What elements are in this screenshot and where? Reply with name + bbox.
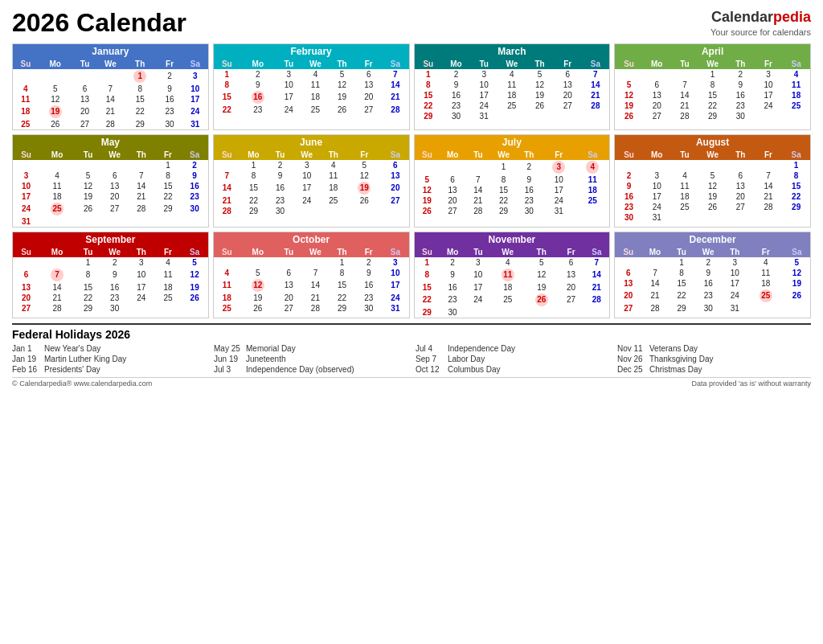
holiday-date: Jan 19 xyxy=(12,355,44,363)
holiday-item: Nov 11Veterans Day xyxy=(617,343,811,354)
day-cell: 21 xyxy=(214,195,240,206)
day-cell: 16 xyxy=(101,282,128,293)
day-cell: 21 xyxy=(671,100,699,111)
day-cell xyxy=(276,257,302,268)
day-cell: 20 xyxy=(382,181,408,195)
month-feb: FebruarySuMoTuWeThFrSa123456789101112131… xyxy=(213,43,410,130)
day-cell: 26 xyxy=(784,289,810,303)
day-cell: 25 xyxy=(575,195,609,206)
weekday-header-Sa: Sa xyxy=(575,150,609,160)
day-cell: 3 xyxy=(722,257,748,268)
day-cell: 21 xyxy=(302,293,329,303)
day-cell: 8 xyxy=(669,268,695,278)
holiday-item: Jul 3Independence Day (observed) xyxy=(214,364,407,375)
holiday-item: Jan 19Martin Luther King Day xyxy=(12,354,206,364)
day-cell: 11 xyxy=(13,94,39,105)
day-cell: 22 xyxy=(782,191,810,202)
weekday-header-Tu: Tu xyxy=(465,150,491,160)
day-cell: 10 xyxy=(182,84,208,94)
day-cell xyxy=(671,69,699,80)
holiday-name: Martin Luther King Day xyxy=(44,355,126,363)
day-cell: 3 xyxy=(755,69,783,80)
day-cell xyxy=(615,257,641,268)
day-cell: 10 xyxy=(128,268,154,282)
day-cell: 16 xyxy=(355,278,382,293)
day-cell: 10 xyxy=(465,268,491,282)
day-cell: 26 xyxy=(698,202,727,212)
day-cell: 8 xyxy=(698,80,727,90)
weekday-header-We: We xyxy=(498,59,526,69)
day-cell: 13 xyxy=(615,278,641,289)
day-cell: 7 xyxy=(465,174,491,185)
day-cell: 6 xyxy=(13,268,39,282)
holiday-name: New Year's Day xyxy=(44,344,100,353)
day-cell: 6 xyxy=(727,170,755,181)
weekday-header-Su: Su xyxy=(615,150,643,160)
day-cell xyxy=(320,206,346,216)
day-cell: 9 xyxy=(240,80,276,90)
month-header-nov: November xyxy=(415,232,610,247)
weekday-header-Th: Th xyxy=(722,247,748,257)
day-cell xyxy=(346,206,382,216)
weekday-header-Tu: Tu xyxy=(267,150,293,160)
day-cell xyxy=(582,111,610,121)
day-cell: 28 xyxy=(214,206,240,216)
weekday-header-Tu: Tu xyxy=(75,150,101,160)
day-cell: 14 xyxy=(755,181,783,191)
day-cell: 28 xyxy=(671,111,699,121)
holiday-name: Veterans Day xyxy=(649,344,698,353)
day-cell: 24 xyxy=(382,293,408,303)
holiday-name: Labor Day xyxy=(448,355,485,363)
day-cell: 31 xyxy=(182,119,208,129)
day-cell: 23 xyxy=(695,289,722,303)
weekday-header-We: We xyxy=(302,247,329,257)
day-cell: 3 xyxy=(382,257,408,268)
day-cell: 1 xyxy=(491,160,517,174)
holiday-name: Juneteenth xyxy=(246,355,286,363)
day-cell: 25 xyxy=(320,195,346,206)
month-header-jul: July xyxy=(415,135,610,150)
month-header-mar: March xyxy=(415,44,610,59)
day-cell: 7 xyxy=(214,170,240,181)
day-cell xyxy=(440,160,465,174)
day-cell xyxy=(128,216,154,227)
weekday-header-Mo: Mo xyxy=(240,59,276,69)
weekday-header-Th: Th xyxy=(329,247,355,257)
weekday-header-We: We xyxy=(491,150,517,160)
day-cell: 29 xyxy=(329,303,355,314)
holiday-name: Thanksgiving Day xyxy=(649,355,713,363)
day-cell xyxy=(39,69,72,84)
day-cell: 27 xyxy=(382,195,408,206)
weekday-header-Mo: Mo xyxy=(643,59,671,69)
day-cell: 15 xyxy=(154,181,181,191)
day-cell: 10 xyxy=(276,80,302,90)
holiday-date: Jan 1 xyxy=(12,344,44,353)
day-cell: 10 xyxy=(542,174,575,185)
day-cell: 30 xyxy=(727,111,755,121)
day-cell: 22 xyxy=(75,293,101,303)
day-cell: 5 xyxy=(329,69,355,80)
day-cell: 27 xyxy=(440,206,465,216)
day-cell: 10 xyxy=(293,170,320,181)
weekday-header-Su: Su xyxy=(214,247,240,257)
day-cell: 2 xyxy=(440,257,465,268)
weekday-header-Su: Su xyxy=(13,150,39,160)
day-cell: 22 xyxy=(329,293,355,303)
month-may: MaySuMoTuWeThFrSa12345678910111213141516… xyxy=(12,134,209,228)
day-cell: 4 xyxy=(214,268,240,278)
page-title: 2026 Calendar xyxy=(12,8,186,38)
footer-left: © Calendarpedia® www.calendarpedia.com xyxy=(12,379,152,388)
day-cell xyxy=(302,257,329,268)
weekday-header-Tu: Tu xyxy=(276,247,302,257)
day-cell: 3 xyxy=(276,69,302,80)
day-cell: 3 xyxy=(542,160,575,174)
day-cell: 17 xyxy=(13,191,39,202)
weekday-header-Fr: Fr xyxy=(355,59,382,69)
day-cell: 2 xyxy=(727,69,755,80)
weekday-header-We: We xyxy=(491,247,525,257)
day-cell: 21 xyxy=(582,90,610,100)
weekday-header-Sa: Sa xyxy=(784,247,810,257)
day-cell: 7 xyxy=(641,268,668,278)
day-cell: 12 xyxy=(39,94,72,105)
month-header-apr: April xyxy=(615,44,810,59)
